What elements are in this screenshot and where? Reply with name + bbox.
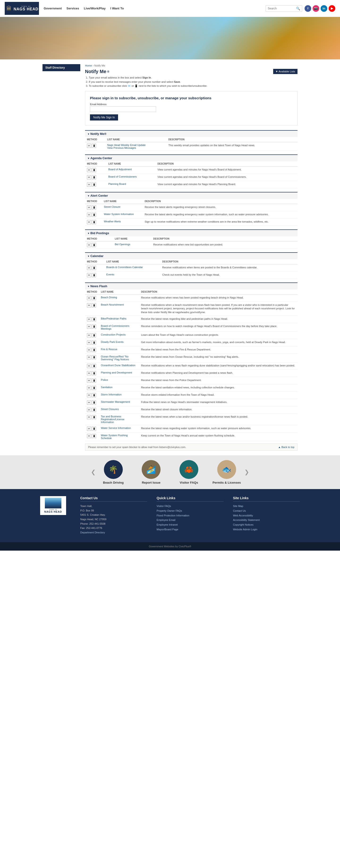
footer-site-link[interactable]: Copyright Notices	[233, 523, 300, 527]
view-previous-link[interactable]: View Previous Messages	[107, 147, 136, 149]
footer-dept-dir-link[interactable]: Department Directory	[80, 530, 147, 535]
sms-method-icon[interactable]: 📱	[92, 168, 96, 172]
list-name-link[interactable]: Water Service Information	[101, 427, 131, 429]
email-method-icon[interactable]: ✉	[87, 408, 91, 412]
email-method-icon[interactable]: ✉	[87, 175, 91, 180]
list-name-link[interactable]: Police	[101, 378, 108, 381]
sms-method-icon[interactable]: 📱	[92, 348, 96, 352]
email-method-icon[interactable]: ✉	[87, 303, 91, 308]
sms-method-icon[interactable]: 📱	[92, 317, 96, 321]
email-method-icon[interactable]: ✉	[87, 144, 91, 148]
list-name-link[interactable]: Oceanfront Dune Stabilization	[101, 364, 135, 367]
sms-method-icon[interactable]: 📱	[92, 364, 96, 368]
sms-method-icon[interactable]: 📱	[92, 415, 96, 419]
sms-method-icon[interactable]: 📱	[92, 243, 96, 247]
sms-method-icon[interactable]: 📱	[92, 206, 96, 210]
email-method-icon[interactable]: ✉	[87, 243, 91, 247]
sms-method-icon[interactable]: 📱	[92, 324, 96, 329]
carousel-item-report-issue[interactable]: 🏄 Report Issue	[137, 460, 165, 484]
sms-method-icon[interactable]: 📱	[92, 144, 96, 148]
sms-method-icon[interactable]: 📱	[92, 273, 96, 277]
footer-site-link[interactable]: Contact Us	[233, 508, 300, 513]
list-name-link[interactable]: Ocean Rescue/Red "No Swimming" Flag Noti…	[101, 355, 129, 361]
email-method-icon[interactable]: ✉	[87, 341, 91, 345]
sms-method-icon[interactable]: 📱	[92, 333, 96, 337]
carousel-prev[interactable]: ❮	[87, 469, 99, 475]
email-method-icon[interactable]: ✉	[87, 183, 91, 187]
list-name-link[interactable]: Weather Alerts	[104, 220, 121, 223]
list-name-link[interactable]: Bike/Pedestrian Paths	[101, 317, 126, 320]
footer-quick-link[interactable]: Employee Email	[157, 518, 223, 523]
list-name-link[interactable]: Storm Information	[101, 393, 121, 396]
email-method-icon[interactable]: ✉	[87, 386, 91, 390]
section-header-agenda-center[interactable]: Agenda Center	[85, 154, 298, 161]
footer-site-link[interactable]: Website Admin Login	[233, 527, 300, 532]
list-name-link[interactable]: Board of Commissioners Meetings	[101, 324, 129, 330]
list-name-link[interactable]: Planning and Development	[101, 371, 132, 374]
list-name-link[interactable]: Board of Commissioners	[108, 175, 137, 178]
signin-button[interactable]: Notify Me Sign In	[90, 114, 118, 121]
list-name-link[interactable]: Water System Flushing Schedule	[101, 434, 128, 439]
carousel-item-beach-driving[interactable]: 🌴 Beach Driving	[99, 460, 128, 484]
search-input[interactable]	[268, 7, 296, 10]
email-method-icon[interactable]: ✉	[87, 378, 91, 383]
email-method-icon[interactable]: ✉	[87, 213, 91, 217]
email-method-icon[interactable]: ✉	[87, 400, 91, 405]
email-input[interactable]	[90, 106, 156, 112]
section-header-alert-center[interactable]: Alert Center	[85, 192, 298, 199]
sms-method-icon[interactable]: 📱	[92, 303, 96, 308]
breadcrumb-home[interactable]: Home	[85, 64, 92, 67]
youtube-icon[interactable]: ▶	[329, 5, 335, 12]
email-method-icon[interactable]: ✉	[87, 266, 91, 270]
sms-method-icon[interactable]: 📱	[92, 355, 96, 360]
email-method-icon[interactable]: ✉	[87, 220, 91, 224]
list-name-link[interactable]: Bid Openings	[115, 243, 130, 246]
facebook-icon[interactable]: f	[305, 5, 311, 12]
nav-iwantto[interactable]: I Want To	[110, 6, 124, 11]
list-name-link[interactable]: Dowdy Park Events	[101, 341, 123, 343]
sms-method-icon[interactable]: 📱	[92, 393, 96, 397]
nav-services[interactable]: Services	[66, 6, 79, 11]
search-button[interactable]: 🔍	[296, 7, 300, 10]
carousel-next[interactable]: ❯	[241, 469, 253, 475]
email-method-icon[interactable]: ✉	[87, 348, 91, 352]
email-method-icon[interactable]: ✉	[87, 371, 91, 375]
sms-method-icon[interactable]: 📱	[92, 434, 96, 438]
email-method-icon[interactable]: ✉	[87, 168, 91, 172]
email-method-icon[interactable]: ✉	[87, 273, 91, 277]
footer-site-link[interactable]: Site Map	[233, 504, 300, 508]
footer-site-link[interactable]: Accessibility Statement	[233, 518, 300, 523]
back-to-top-link[interactable]: ▲ Back to top	[278, 446, 294, 448]
instagram-icon[interactable]: 📷	[313, 5, 319, 12]
email-method-icon[interactable]: ✉	[87, 317, 91, 321]
list-name-link[interactable]: Boards & Committees Calendar	[106, 266, 143, 269]
list-name-link[interactable]: Sanitation	[101, 386, 112, 389]
sms-method-icon[interactable]: 📱	[92, 296, 96, 300]
carousel-item-permits-&-licenses[interactable]: 🐟 Permits & Licenses	[213, 460, 241, 484]
sms-method-icon[interactable]: 📱	[92, 371, 96, 375]
sms-method-icon[interactable]: 📱	[92, 400, 96, 405]
list-name-link[interactable]: Beach Nourishment	[101, 303, 124, 306]
list-name-link[interactable]: Beach Driving	[101, 296, 117, 299]
list-name-link[interactable]: Water System Information	[104, 213, 134, 216]
sms-method-icon[interactable]: 📱	[92, 183, 96, 187]
email-method-icon[interactable]: ✉	[87, 393, 91, 397]
nav-government[interactable]: Government	[44, 6, 62, 11]
email-method-icon[interactable]: ✉	[87, 415, 91, 419]
sms-method-icon[interactable]: 📱	[92, 175, 96, 180]
nav-liveworkplay[interactable]: Live/Work/Play	[84, 6, 106, 11]
footer-site-link[interactable]: Web Accessibility	[233, 513, 300, 518]
sms-method-icon[interactable]: 📱	[92, 427, 96, 431]
footer-quick-link[interactable]: Mayor/Board Page	[157, 527, 223, 532]
sms-method-icon[interactable]: 📱	[92, 408, 96, 412]
section-header-bid-postings[interactable]: Bid Postings	[85, 229, 298, 236]
email-method-icon[interactable]: ✉	[87, 333, 91, 337]
sms-method-icon[interactable]: 📱	[92, 386, 96, 390]
section-header-news-flash[interactable]: News Flash	[85, 282, 298, 289]
email-method-icon[interactable]: ✉	[87, 206, 91, 210]
list-name-link[interactable]: Fire & Rescue	[101, 348, 117, 351]
footer-quick-link[interactable]: Visitor FAQs	[157, 504, 223, 508]
email-method-icon[interactable]: ✉	[87, 434, 91, 438]
footer-quick-link[interactable]: Employee Intranet	[157, 523, 223, 527]
sms-method-icon[interactable]: 📱	[92, 341, 96, 345]
